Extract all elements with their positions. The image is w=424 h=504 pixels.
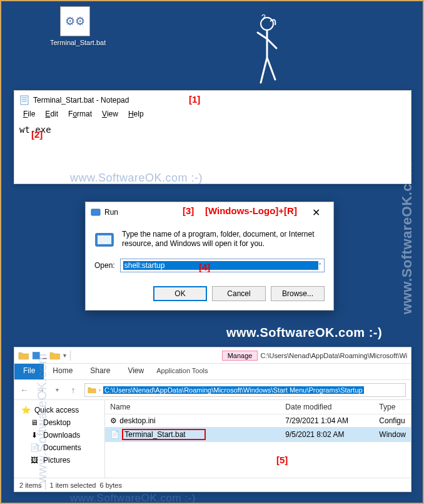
close-icon[interactable]: ✕ (303, 207, 328, 219)
column-headers: Name Date modified Type (105, 400, 411, 414)
file-date: 7/29/2021 1:04 AM (280, 414, 374, 427)
cancel-button[interactable]: Cancel (212, 286, 266, 301)
desktop-icon-label: Terminal_Start.bat (50, 39, 100, 47)
watermark: www.SoftwareOK.com (35, 353, 49, 483)
status-size: 6 bytes (99, 481, 121, 489)
annotation-3: [3] (183, 205, 194, 216)
run-open-input[interactable]: shell:startup ˅ (120, 259, 325, 272)
address-path: C:\Users\Nenad\AppData\Roaming\Microsoft… (103, 386, 364, 394)
file-name: Terminal_Start.bat (122, 429, 205, 440)
ini-file-icon: ⚙ (110, 416, 117, 425)
file-name: desktop.ini (119, 416, 155, 425)
tab-share[interactable]: Share (81, 364, 119, 379)
folder-qat-icon[interactable] (49, 350, 61, 361)
annotation-5: [5] (276, 455, 288, 465)
annotation-4: [4] (199, 262, 210, 272)
run-description: Type the name of a program, folder, docu… (122, 230, 325, 250)
notepad-window: Terminal_Start.bat - Notepad File Edit F… (14, 90, 411, 184)
ribbon-tabs: File Home Share View Application Tools (14, 364, 411, 380)
svg-rect-6 (91, 209, 100, 215)
col-type[interactable]: Type (374, 400, 411, 414)
bat-file-icon: 📄 (110, 430, 119, 439)
tab-home[interactable]: Home (44, 364, 81, 379)
up-button[interactable]: ↑ (68, 385, 78, 395)
col-date[interactable]: Date modified (280, 400, 374, 414)
notepad-title: Terminal_Start.bat - Notepad (33, 96, 129, 105)
explorer-navbar: ← → ▾ ↑ › C:\Users\Nenad\AppData\Roaming… (14, 380, 411, 400)
watermark: www.SoftwareOK.com :-) (70, 172, 203, 185)
menu-edit[interactable]: Edit (41, 110, 62, 122)
notepad-menubar: File Edit Format View Help (14, 110, 411, 122)
status-bar: 2 items 1 item selected 6 bytes (14, 478, 411, 491)
file-row[interactable]: ⚙desktop.ini 7/29/2021 1:04 AM Configu (105, 414, 411, 427)
browse-button[interactable]: Browse... (271, 286, 325, 301)
file-row-selected[interactable]: 📄Terminal_Start.bat 9/5/2021 8:02 AM Win… (105, 427, 411, 442)
ok-button[interactable]: OK (153, 286, 207, 301)
explorer-window: ▁ ▾ Manage C:\Users\Nenad\AppData\Roamin… (14, 347, 411, 492)
run-dialog: Run ✕ Type the name of a program, folder… (85, 202, 334, 311)
watermark: www.SoftwareOK.com :-) (226, 326, 382, 340)
explorer-window-title: C:\Users\Nenad\AppData\Roaming\Microsoft… (260, 352, 407, 359)
col-name[interactable]: Name (105, 400, 280, 414)
svg-rect-2 (21, 96, 28, 105)
recent-dropdown[interactable]: ▾ (52, 386, 62, 393)
watermark: www.SoftwareOK.com (399, 162, 415, 314)
svg-text:?: ? (261, 14, 266, 22)
file-pane: Name Date modified Type ⚙desktop.ini 7/2… (105, 400, 411, 478)
run-open-value: shell:startup (123, 261, 318, 270)
run-dialog-icon (94, 230, 114, 250)
star-icon: ⭐ (21, 405, 31, 415)
bat-file-icon: ⚙⚙ (60, 6, 90, 36)
menu-format[interactable]: Format (64, 110, 96, 122)
back-button[interactable]: ← (19, 385, 29, 395)
watermark: www.SoftwareOK.com :-) (70, 492, 196, 504)
contextual-tab-manage[interactable]: Manage (222, 351, 258, 361)
address-bar[interactable]: › C:\Users\Nenad\AppData\Roaming\Microso… (84, 383, 406, 397)
notepad-content[interactable]: wt.exe (14, 122, 411, 137)
folder-icon (18, 350, 29, 361)
svg-rect-8 (98, 235, 111, 244)
menu-view[interactable]: View (98, 110, 122, 122)
annotation-2: [2] (31, 129, 43, 140)
annotation-3b: [Windows-Logo]+[R] (205, 205, 297, 216)
explorer-titlebar[interactable]: ▁ ▾ Manage C:\Users\Nenad\AppData\Roamin… (14, 347, 411, 364)
notepad-titlebar[interactable]: Terminal_Start.bat - Notepad (14, 91, 411, 110)
file-date: 9/5/2021 8:02 AM (280, 428, 374, 441)
annotation-1: [1] (189, 94, 200, 105)
address-folder-icon (88, 386, 96, 394)
sidebar-quick-access[interactable]: ⭐ Quick access (17, 404, 102, 416)
tab-application-tools[interactable]: Application Tools (156, 364, 208, 379)
notepad-icon (19, 95, 29, 105)
thinking-figure-icon: ? (251, 14, 283, 89)
chevron-down-icon[interactable]: ˅ (318, 262, 321, 269)
watermark: www.SoftwareOK.com :-) (158, 149, 276, 160)
open-label: Open: (94, 261, 115, 270)
file-type: Configu (374, 414, 411, 427)
file-type: Window (374, 428, 411, 441)
menu-help[interactable]: Help (124, 110, 148, 122)
status-selected: 1 item selected (49, 481, 96, 489)
menu-file[interactable]: File (19, 110, 39, 122)
explorer-sidebar: ⭐ Quick access 🖥Desktop ⬇Downloads 📄Docu… (14, 400, 105, 478)
desktop-icon-terminal-start[interactable]: ⚙⚙ Terminal_Start.bat (50, 6, 100, 47)
tab-view[interactable]: View (119, 364, 153, 379)
run-title-icon (91, 207, 101, 217)
